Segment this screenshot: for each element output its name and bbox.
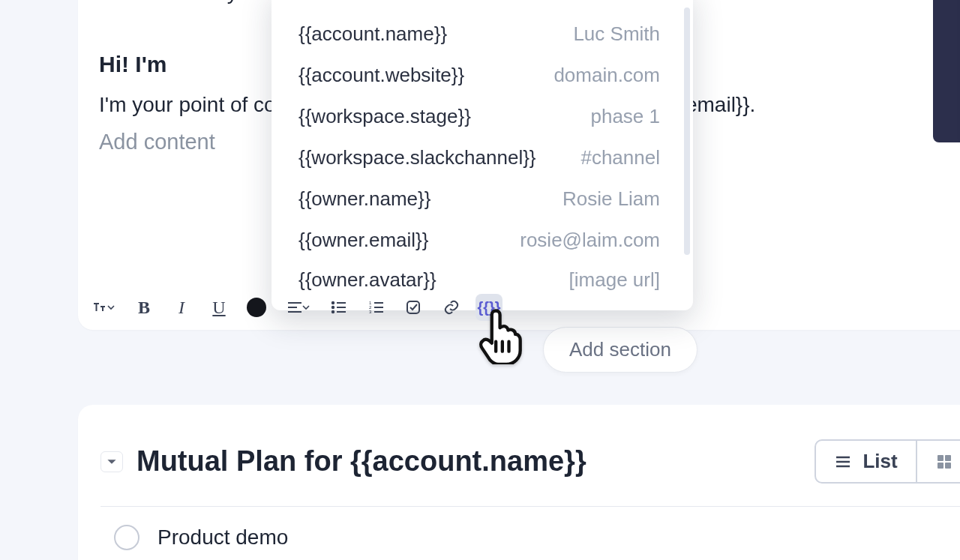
grid-icon: [935, 453, 953, 471]
preview-mini-sidebar: [933, 0, 960, 142]
bulleted-list-button[interactable]: [326, 294, 352, 321]
svg-rect-8: [945, 455, 951, 461]
task-checkbox[interactable]: [114, 525, 140, 550]
svg-rect-10: [945, 463, 951, 469]
chevron-down-icon: [106, 457, 117, 467]
view-list-button[interactable]: List: [814, 439, 916, 484]
formatting-toolbar: B I U 123 {{}}: [78, 288, 513, 327]
svg-rect-9: [938, 463, 944, 469]
divider: [100, 506, 960, 507]
variable-option[interactable]: {{workspace.slackchannel}} #channel: [272, 137, 693, 178]
numbered-list-button[interactable]: 123: [363, 294, 390, 321]
add-section-button[interactable]: Add section: [543, 327, 698, 373]
align-button[interactable]: [280, 294, 315, 321]
task-row[interactable]: Product demo: [114, 525, 960, 550]
variable-dropdown[interactable]: {{account.name}} Luc Smith {{account.web…: [272, 0, 693, 310]
view-switcher: List Car: [814, 439, 960, 484]
insert-variable-button[interactable]: {{}}: [476, 294, 502, 321]
svg-point-1: [332, 307, 334, 308]
text-color-button[interactable]: [243, 294, 270, 321]
svg-text:3: 3: [369, 310, 372, 314]
list-icon: [834, 453, 852, 471]
svg-rect-6: [407, 301, 419, 313]
checklist-button[interactable]: [400, 294, 428, 321]
variable-option[interactable]: {{owner.email}} rosie@laim.com: [272, 220, 693, 261]
underline-button[interactable]: U: [206, 294, 232, 321]
svg-point-2: [332, 311, 334, 313]
variable-option[interactable]: {{account.name}} Luc Smith: [272, 13, 693, 55]
collapse-toggle[interactable]: [100, 451, 123, 472]
link-button[interactable]: [438, 294, 465, 321]
variable-option[interactable]: {{workspace.stage}} phase 1: [272, 96, 693, 137]
bold-button[interactable]: B: [130, 294, 158, 321]
dropdown-scrollbar[interactable]: [684, 7, 690, 255]
svg-point-0: [332, 302, 334, 304]
mutual-plan-title[interactable]: Mutual Plan for {{account.name}}: [136, 445, 586, 478]
view-card-button[interactable]: Car: [917, 439, 960, 484]
italic-button[interactable]: I: [168, 294, 195, 321]
color-dot-icon: [247, 298, 266, 317]
mutual-plan-panel: Mutual Plan for {{account.name}} List Ca…: [78, 405, 960, 560]
task-label: Product demo: [158, 526, 288, 550]
text-size-button[interactable]: [86, 294, 120, 321]
variable-option[interactable]: {{account.website}} domain.com: [272, 55, 693, 96]
chevron-down-icon: [107, 304, 115, 311]
chevron-down-icon: [302, 304, 310, 311]
svg-rect-7: [938, 455, 944, 461]
variable-option[interactable]: {{owner.name}} Rosie Liam: [272, 178, 693, 220]
